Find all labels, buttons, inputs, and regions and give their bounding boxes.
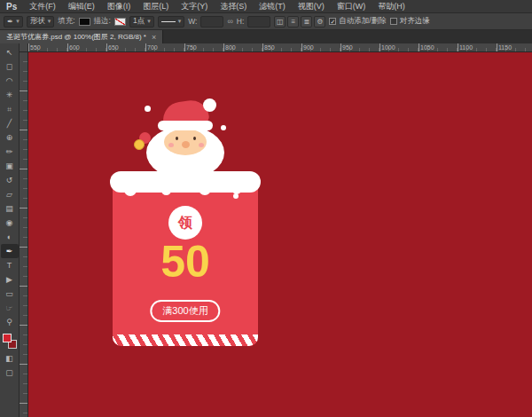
tool-icon: ↖ (6, 48, 13, 57)
quick-selection-tool[interactable]: ✳ (1, 88, 19, 102)
foreground-color-swatch[interactable] (3, 334, 12, 342)
path-selection-tool[interactable]: ▶ (1, 272, 19, 287)
tool-icon: ☞ (5, 303, 12, 312)
path-alignment-icon[interactable]: ≡ (287, 16, 299, 28)
coupon-artwork: 领 50 满300使用 (107, 98, 263, 356)
horizontal-ruler-row: 550 600 650 700 750 800 850 900 (20, 43, 532, 52)
horizontal-ruler[interactable]: 550 600 650 700 750 800 850 900 (28, 43, 532, 52)
marquee-tool[interactable]: ◻ (1, 59, 19, 74)
ruler-tick-label: 700 (145, 43, 184, 51)
tool-icon: ↺ (6, 176, 13, 185)
menu-item[interactable]: 图像(I) (101, 1, 137, 12)
ruler-tick-label: 850 (262, 43, 301, 51)
tool-icon: ⊕ (6, 133, 13, 142)
link-dimensions-icon[interactable]: ∞ (227, 17, 232, 26)
santa-eye (176, 137, 178, 140)
width-input[interactable] (200, 16, 223, 28)
tool-icon: ✳ (6, 90, 13, 99)
shape-tool[interactable]: ▭ (1, 287, 19, 301)
menu-item[interactable]: 窗口(W) (331, 1, 372, 12)
clone-stamp-tool[interactable]: ▣ (1, 159, 19, 173)
menu-list: 文件(F) 编辑(E) 图像(I) 图层(L) 文字(Y) 选择(S) 滤镜(T… (23, 0, 411, 12)
stroke-style-preview (161, 21, 176, 22)
tool-list: ↖ ◻ ◠ ✳ ⌗ (1, 45, 19, 329)
snow-dot (221, 125, 226, 130)
quick-mask-button[interactable]: ◧ (1, 351, 19, 366)
tool-icon: ▤ (5, 204, 13, 213)
path-arrangement-icon[interactable]: ≣ (301, 16, 312, 28)
pen-tool[interactable]: ✒ (1, 244, 19, 258)
stroke-width-select[interactable]: 1点 ▾ (129, 16, 154, 28)
tool-mode-value: 形状 (30, 16, 45, 27)
stroke-color-swatch[interactable] (114, 18, 126, 26)
menu-item[interactable]: 文字(Y) (175, 1, 214, 12)
santa-nose (182, 141, 190, 148)
menu-item[interactable]: 文件(F) (23, 1, 62, 12)
screen-mode-button[interactable]: ▢ (1, 366, 19, 380)
brush-tool[interactable]: ✏ (1, 145, 19, 159)
close-icon[interactable]: × (152, 33, 156, 42)
tool-preset-picker[interactable]: ✒ ▾ (4, 16, 23, 28)
tool-icon: ✏ (6, 147, 13, 156)
ruler-tick-label: 650 (106, 43, 145, 51)
canvas-area: 550 600 650 700 750 800 850 900 (20, 43, 532, 417)
lasso-tool[interactable]: ◠ (1, 74, 19, 88)
menu-item[interactable]: 编辑(E) (62, 1, 101, 12)
canvas[interactable]: 领 50 满300使用 (28, 52, 532, 417)
healing-brush-tool[interactable]: ⊕ (1, 130, 19, 145)
menu-item[interactable]: 滤镜(T) (253, 1, 292, 12)
tools-panel: ↖ ◻ ◠ ✳ ⌗ (0, 43, 20, 417)
menu-item[interactable]: 图层(L) (137, 1, 175, 12)
eraser-tool[interactable]: ▱ (1, 187, 19, 201)
dodge-tool[interactable]: ◐ (1, 230, 19, 244)
zoom-tool[interactable]: ⚲ (1, 315, 19, 329)
chevron-down-icon: ▾ (48, 18, 51, 25)
path-operations-icon[interactable]: ◫ (274, 16, 286, 28)
height-input[interactable] (247, 16, 270, 28)
stroke-width-value: 1点 (133, 16, 145, 27)
tool-icon: ╱ (7, 119, 12, 128)
fill-color-swatch[interactable] (79, 18, 90, 26)
coupon-badge-text: 领 (178, 214, 192, 232)
history-brush-tool[interactable]: ↺ (1, 173, 19, 187)
santa-cheek (199, 143, 204, 147)
tool-icon: ▢ (5, 368, 13, 377)
tool-mode-select[interactable]: 形状 ▾ (27, 16, 55, 28)
ruler-tick-label: 1050 (419, 43, 458, 51)
gradient-tool[interactable]: ▤ (1, 201, 19, 216)
checkbox-icon (390, 18, 397, 25)
settings-gear-icon[interactable]: ⚙ (314, 16, 325, 28)
auto-add-delete-checkbox[interactable]: ✓ 自动添加/删除 (329, 16, 386, 27)
ruler-tick-label: 800 (223, 43, 262, 51)
menu-item[interactable]: 视图(V) (292, 1, 331, 12)
type-tool[interactable]: T (1, 258, 19, 272)
chevron-down-icon: ▾ (178, 18, 182, 25)
stroke-label: 描边: (94, 16, 111, 27)
align-edges-checkbox[interactable]: 对齐边缘 (390, 16, 430, 27)
chevron-down-icon: ▾ (16, 18, 20, 25)
canvas-row: 领 50 满300使用 (20, 52, 532, 417)
coupon-condition: 满300使用 (150, 300, 220, 322)
stroke-style-select[interactable]: ▾ (158, 16, 185, 28)
move-tool[interactable]: ↖ (1, 45, 19, 59)
options-bar: ✒ ▾ 形状 ▾ 填充: 描边: 1点 ▾ ▾ W: ∞ H: ◫ ≡ (0, 13, 532, 30)
menu-item[interactable]: 帮助(H) (372, 1, 411, 12)
crop-tool[interactable]: ⌗ (1, 102, 19, 116)
santa-illustration (107, 98, 263, 187)
color-swatches[interactable] (3, 334, 17, 349)
ruler-tick-label: 1150 (497, 43, 532, 51)
tool-icon: ✒ (6, 247, 13, 256)
vertical-ruler[interactable] (20, 52, 28, 417)
tool-icon: ◻ (6, 62, 12, 71)
eyedropper-tool[interactable]: ╱ (1, 116, 19, 130)
tool-icon: ◧ (5, 354, 13, 363)
santa-cheek (168, 143, 174, 147)
tool-icon: ▶ (6, 275, 12, 284)
document-tab[interactable]: 圣诞节优惠券.psd @ 100%(图层 2, RGB/8) * × (0, 30, 163, 43)
hand-tool[interactable]: ☞ (1, 301, 19, 315)
tool-icon: T (7, 261, 12, 270)
menu-item[interactable]: 选择(S) (214, 1, 253, 12)
workspace: ↖ ◻ ◠ ✳ ⌗ (0, 43, 532, 417)
tool-icon: ▣ (5, 161, 13, 170)
blur-tool[interactable]: ◉ (1, 216, 19, 230)
